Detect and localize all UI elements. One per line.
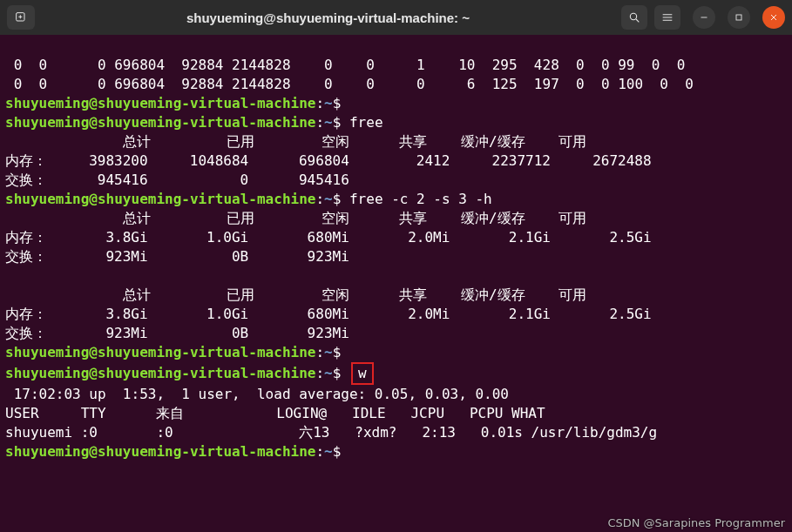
cmd-w: w [358, 365, 367, 381]
svg-point-1 [630, 13, 636, 19]
w-uptime: 17:02:03 up 1:53, 1 user, load average: … [5, 386, 509, 402]
maximize-button[interactable] [728, 6, 750, 29]
titlebar: shuyueming@shuyueming-virtual-machine: ~ [0, 0, 792, 35]
prompt-sigil: $ [333, 344, 342, 360]
minimize-icon [699, 12, 709, 23]
prompt-sigil: $ [333, 443, 342, 460]
freeh-header-1: 总计 已用 空闲 共享 缓冲/缓存 可用 [5, 210, 586, 226]
free-header: 总计 已用 空闲 共享 缓冲/缓存 可用 [5, 133, 586, 150]
prompt-sigil: $ [333, 191, 342, 207]
prompt-user: shuyueming@shuyueming-virtual-machine [5, 191, 315, 207]
menu-button[interactable] [654, 5, 680, 30]
new-tab-icon [14, 10, 28, 24]
prompt-cwd: ~ [324, 443, 333, 460]
freeh-header-2: 总计 已用 空闲 共享 缓冲/缓存 可用 [5, 286, 586, 303]
window-title: shuyueming@shuyueming-virtual-machine: ~ [42, 11, 614, 24]
prompt-cwd: ~ [324, 191, 333, 207]
w-header: USER TTY 来自 LOGIN@ IDLE JCPU PCPU WHAT [5, 405, 545, 421]
prompt-cwd: ~ [324, 344, 333, 360]
vmstat-row-1: 0 0 0 696804 92884 2144828 0 0 1 10 295 … [5, 57, 685, 73]
prompt-sep: : [315, 443, 324, 460]
close-icon [768, 12, 779, 23]
hamburger-icon [660, 10, 674, 24]
prompt-sep: : [315, 95, 324, 111]
prompt-sigil: $ [333, 365, 342, 381]
new-tab-button[interactable] [7, 5, 35, 30]
freeh-mem-2: 内存： 3.8Gi 1.0Gi 680Mi 2.0Mi 2.1Gi 2.5Gi [5, 306, 652, 322]
terminal-body[interactable]: 0 0 0 696804 92884 2144828 0 0 1 10 295 … [0, 35, 792, 532]
prompt-user: shuyueming@shuyueming-virtual-machine [5, 365, 315, 381]
free-swap: 交换： 945416 0 945416 [5, 172, 349, 188]
prompt-user: shuyueming@shuyueming-virtual-machine [5, 114, 315, 131]
prompt-user: shuyueming@shuyueming-virtual-machine [5, 344, 315, 360]
maximize-icon [734, 12, 744, 23]
w-row: shuyuemi :0 :0 六13 ?xdm? 2:13 0.01s /usr… [5, 424, 657, 441]
free-mem: 内存： 3983200 1048684 696804 2412 2237712 … [5, 152, 652, 169]
cmd-free-h: free -c 2 -s 3 -h [341, 191, 491, 207]
terminal-window: shuyueming@shuyueming-virtual-machine: ~… [0, 0, 792, 532]
prompt-user: shuyueming@shuyueming-virtual-machine [5, 95, 315, 111]
close-button[interactable] [762, 6, 785, 29]
cmd-w-highlighted: w [351, 362, 374, 385]
vmstat-row-2: 0 0 0 696804 92884 2144828 0 0 0 6 125 1… [5, 76, 694, 92]
search-button[interactable] [621, 5, 647, 30]
prompt-sep: : [315, 344, 324, 360]
search-icon [627, 10, 641, 24]
prompt-sigil: $ [333, 114, 342, 131]
cmd-free: free [341, 114, 382, 131]
prompt-sep: : [315, 191, 324, 207]
freeh-swap-1: 交换： 923Mi 0B 923Mi [5, 248, 349, 265]
svg-rect-2 [736, 15, 741, 20]
watermark: CSDN @Sarapines Programmer [607, 516, 785, 530]
freeh-swap-2: 交换： 923Mi 0B 923Mi [5, 325, 349, 341]
minimize-button[interactable] [693, 6, 715, 29]
prompt-user: shuyueming@shuyueming-virtual-machine [5, 443, 315, 460]
prompt-cwd: ~ [324, 95, 333, 111]
prompt-sep: : [315, 365, 324, 381]
freeh-mem-1: 内存： 3.8Gi 1.0Gi 680Mi 2.0Mi 2.1Gi 2.5Gi [5, 229, 652, 246]
prompt-cwd: ~ [324, 114, 333, 131]
prompt-sep: : [315, 114, 324, 131]
prompt-cwd: ~ [324, 365, 333, 381]
prompt-sigil: $ [333, 95, 342, 111]
